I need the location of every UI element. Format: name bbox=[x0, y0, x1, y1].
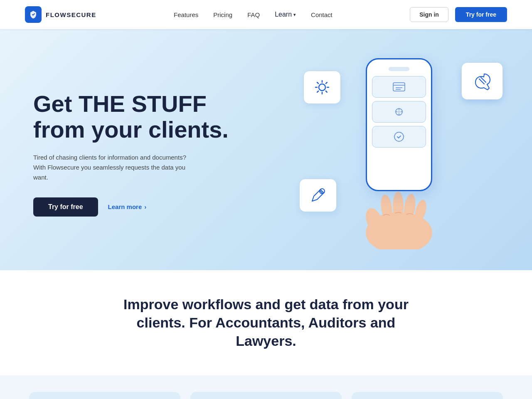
svg-point-8 bbox=[398, 111, 400, 113]
signin-button[interactable]: Sign in bbox=[410, 7, 448, 22]
learn-more-chevron-icon: › bbox=[144, 203, 146, 210]
nav-contact[interactable]: Contact bbox=[311, 11, 332, 18]
nav-learn[interactable]: Learn ▾ bbox=[275, 11, 296, 18]
float-card-tools bbox=[299, 179, 337, 212]
nav-faq[interactable]: FAQ bbox=[247, 11, 260, 18]
nav-actions: Sign in Try for free bbox=[410, 7, 507, 22]
hero-learn-more-button[interactable]: Learn more › bbox=[108, 203, 147, 210]
svg-point-13 bbox=[394, 132, 404, 141]
logo-icon bbox=[25, 6, 42, 23]
features-section: Data Collection and KYC Smooth data coll… bbox=[0, 375, 532, 399]
hero-section: Get THE STUFF from your clients. Tired o… bbox=[0, 29, 532, 270]
brand-name: FLOWSECURE bbox=[46, 11, 96, 18]
svg-rect-3 bbox=[393, 83, 405, 91]
phone-row-3 bbox=[372, 126, 426, 148]
hero-illustration bbox=[299, 54, 499, 254]
phone-notch bbox=[389, 67, 409, 71]
phone-row-2 bbox=[372, 101, 426, 123]
phone-mockup bbox=[366, 58, 432, 191]
features-grid: Data Collection and KYC Smooth data coll… bbox=[29, 392, 503, 399]
navbar: FLOWSECURE Features Pricing FAQ Learn ▾ … bbox=[0, 0, 532, 29]
nav-links: Features Pricing FAQ Learn ▾ Contact bbox=[174, 11, 332, 18]
phone-row-1 bbox=[372, 76, 426, 98]
logo-link[interactable]: FLOWSECURE bbox=[25, 6, 96, 23]
nav-pricing[interactable]: Pricing bbox=[213, 11, 232, 18]
nav-try-button[interactable]: Try for free bbox=[455, 7, 507, 22]
svg-point-0 bbox=[319, 84, 325, 91]
feature-card-1: Secure file sharing Share files and sens… bbox=[190, 392, 342, 399]
hand-illustration bbox=[353, 183, 445, 249]
hero-try-button[interactable]: Try for free bbox=[33, 197, 98, 217]
tagline-text: Improve workflows and get data from your… bbox=[121, 295, 411, 350]
feature-card-2: Work in teams Collaborate in teams on th… bbox=[352, 392, 503, 399]
float-card-settings bbox=[303, 71, 341, 104]
learn-chevron-icon: ▾ bbox=[293, 12, 296, 17]
feature-card-0: Data Collection and KYC Smooth data coll… bbox=[29, 392, 180, 399]
hero-content: Get THE STUFF from your clients. Tired o… bbox=[33, 91, 229, 216]
float-card-wrench bbox=[461, 62, 503, 100]
hero-actions: Try for free Learn more › bbox=[33, 197, 229, 217]
hero-subtitle: Tired of chasing clients for information… bbox=[33, 153, 191, 182]
hero-title: Get THE STUFF from your clients. bbox=[33, 91, 229, 142]
svg-point-17 bbox=[393, 192, 404, 220]
nav-features[interactable]: Features bbox=[174, 11, 198, 18]
tagline-section: Improve workflows and get data from your… bbox=[0, 270, 532, 375]
